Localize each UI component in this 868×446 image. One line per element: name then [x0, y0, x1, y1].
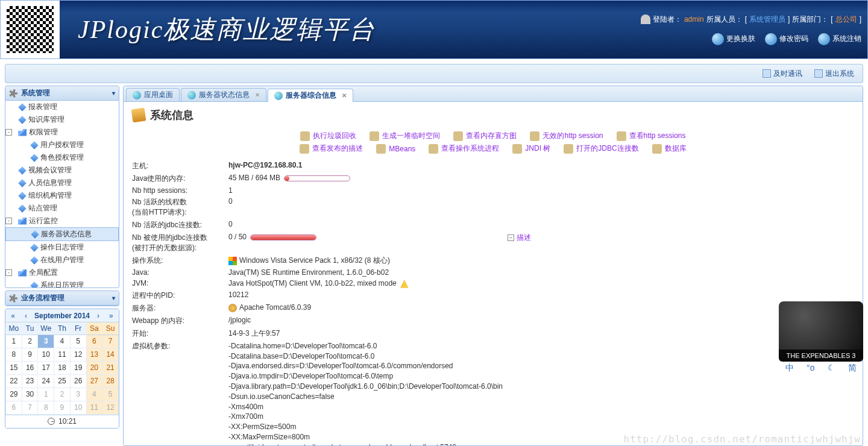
nav-item[interactable]: 知识库管理 [5, 113, 119, 126]
nav-item[interactable]: 操作日志管理 [5, 241, 119, 254]
widget-btn-weather[interactable]: °o [807, 363, 814, 374]
cal-day[interactable]: 6 [6, 401, 22, 414]
nav-item[interactable]: -全局配置 [5, 266, 119, 279]
cal-day[interactable]: 19 [70, 361, 86, 374]
cal-prev[interactable]: « [8, 312, 17, 320]
nav-tree[interactable]: 报表管理知识库管理-权限管理用户授权管理角色授权管理视频会议管理人员信息管理组织… [5, 101, 119, 287]
cal-day[interactable]: 8 [6, 348, 22, 361]
cal-day[interactable]: 7 [22, 401, 38, 414]
cal-day[interactable]: 3 [70, 388, 86, 401]
login-user[interactable]: admin [684, 15, 704, 24]
cal-day[interactable]: 7 [102, 334, 119, 348]
floating-widget[interactable]: THE EXPENDABLES 3 中 °o ☾ 简 [779, 301, 863, 374]
cal-day[interactable]: 10 [38, 348, 54, 361]
cal-day[interactable]: 2 [22, 334, 38, 348]
cal-day[interactable]: 10 [70, 401, 86, 414]
nav-item[interactable]: 组织机构管理 [5, 189, 119, 202]
logout-button[interactable]: 系统注销 [818, 33, 861, 45]
nav-item[interactable]: 角色授权管理 [5, 151, 119, 164]
content-body[interactable]: 系统信息 执行垃圾回收生成一堆临时空间查看内存直方图无效的http sessio… [124, 102, 863, 445]
cal-day[interactable]: 28 [102, 374, 119, 388]
nav-item[interactable]: 站点管理 [5, 202, 119, 215]
nav-item[interactable]: 服务器状态信息 [5, 227, 119, 241]
cal-day[interactable]: 8 [38, 401, 54, 414]
nav-item[interactable]: 在线用户管理 [5, 254, 119, 266]
cal-day[interactable]: 2 [54, 388, 71, 401]
password-button[interactable]: 修改密码 [765, 33, 808, 45]
notify-button[interactable]: 及时通讯 [763, 69, 802, 79]
cal-day[interactable]: 18 [54, 361, 71, 374]
nav-item[interactable]: 视频会议管理 [5, 164, 119, 177]
detail-link[interactable]: 描述 [517, 233, 531, 242]
tab[interactable]: 应用桌面 [126, 88, 180, 101]
info-value: hjw-PC@192.168.80.1 [228, 160, 508, 172]
action-link[interactable]: 查看操作系统进程 [429, 143, 499, 154]
nav-item[interactable]: 用户授权管理 [5, 139, 119, 151]
action-link[interactable]: 无效的http session [530, 131, 603, 141]
collapse-toggle[interactable]: − [508, 234, 514, 241]
skin-button[interactable]: 更换换肤 [712, 33, 755, 45]
cal-next[interactable]: » [107, 312, 116, 320]
cal-day[interactable]: 26 [70, 374, 86, 388]
dept-value[interactable]: 总公司 [835, 14, 857, 25]
cal-day[interactable]: 17 [38, 361, 54, 374]
widget-btn-simp[interactable]: 简 [848, 363, 857, 374]
cal-day[interactable]: 11 [86, 401, 102, 414]
cal-day[interactable]: 20 [86, 361, 102, 374]
close-icon[interactable]: ✕ [342, 92, 347, 99]
cal-day[interactable]: 5 [102, 388, 119, 401]
nav-item[interactable]: 系统日历管理 [5, 279, 119, 287]
nav-item[interactable]: -运行监控 [5, 215, 119, 227]
member-value[interactable]: 系统管理员 [749, 14, 785, 25]
action-link[interactable]: 查看内存直方图 [453, 131, 517, 141]
cal-day[interactable]: 5 [70, 334, 86, 348]
cal-day[interactable]: 14 [102, 348, 119, 361]
exit-system-button[interactable]: 退出系统 [814, 69, 854, 79]
tab[interactable]: 服务器状态信息✕ [181, 88, 266, 101]
cal-day[interactable]: 22 [6, 374, 22, 388]
cal-day[interactable]: 25 [54, 374, 71, 388]
nav-item[interactable]: 报表管理 [5, 101, 119, 113]
cal-day[interactable]: 3 [38, 334, 54, 348]
widget-btn-lang[interactable]: 中 [785, 363, 794, 374]
tree-toggle-icon[interactable]: - [5, 129, 12, 136]
cal-day[interactable]: 6 [86, 334, 102, 348]
action-link[interactable]: MBeans [376, 143, 415, 154]
cal-day[interactable]: 1 [38, 388, 54, 401]
widget-btn-night[interactable]: ☾ [828, 363, 835, 374]
cal-day[interactable]: 15 [6, 361, 22, 374]
cal-day[interactable]: 16 [22, 361, 38, 374]
action-link[interactable]: 生成一堆临时空间 [370, 131, 440, 141]
action-link[interactable]: 查看发布的描述 [300, 143, 363, 154]
action-link[interactable]: 执行垃圾回收 [300, 131, 356, 141]
cal-day[interactable]: 21 [102, 361, 119, 374]
cal-day[interactable]: 9 [54, 401, 71, 414]
nav-item[interactable]: 人员信息管理 [5, 177, 119, 189]
cal-day[interactable]: 13 [86, 348, 102, 361]
cal-day[interactable]: 12 [70, 348, 86, 361]
action-link[interactable]: 打开的JDBC连接数 [564, 143, 638, 154]
cal-next-month[interactable]: › [95, 312, 102, 320]
cal-day[interactable]: 1 [6, 334, 22, 348]
cal-day[interactable]: 30 [22, 388, 38, 401]
nav-item[interactable]: -权限管理 [5, 126, 119, 139]
cal-day[interactable]: 11 [54, 348, 71, 361]
tree-toggle-icon[interactable]: - [5, 269, 12, 276]
cal-day[interactable]: 4 [86, 388, 102, 401]
cal-day[interactable]: 24 [38, 374, 54, 388]
cal-day[interactable]: 23 [22, 374, 38, 388]
action-link[interactable]: 查看http sessions [617, 131, 686, 141]
action-link[interactable]: JNDI 树 [512, 143, 550, 154]
close-icon[interactable]: ✕ [255, 92, 260, 98]
cal-day[interactable]: 29 [6, 388, 22, 401]
cal-day[interactable]: 27 [86, 374, 102, 388]
nav-panel-header[interactable]: 系统管理 ▾ [5, 86, 119, 101]
action-link[interactable]: 数据库 [652, 143, 687, 154]
cal-day[interactable]: 4 [54, 334, 71, 348]
bpm-panel-header[interactable]: 业务流程管理 ▾ [5, 291, 119, 306]
cal-day[interactable]: 9 [22, 348, 38, 361]
cal-prev-month[interactable]: ‹ [22, 312, 30, 320]
cal-day[interactable]: 12 [102, 401, 119, 414]
tree-toggle-icon[interactable]: - [5, 218, 12, 224]
tab[interactable]: 服务器综合信息✕ [268, 89, 353, 102]
